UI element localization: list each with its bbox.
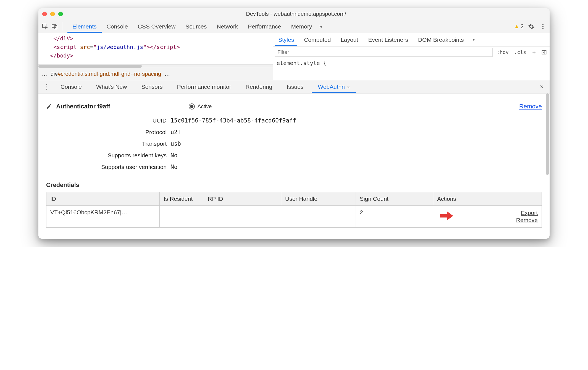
main-toolbar: Elements Console CSS Overview Sources Ne… [38, 20, 550, 33]
main-tabstrip: Elements Console CSS Overview Sources Ne… [67, 20, 512, 33]
inspect-icon[interactable] [41, 23, 49, 30]
tab-css-overview[interactable]: CSS Overview [133, 20, 181, 33]
transport-value: usb [170, 140, 542, 147]
tab-memory[interactable]: Memory [286, 20, 317, 33]
drawer-tab-whats-new[interactable]: What's New [90, 81, 133, 93]
styles-filter-input[interactable] [275, 48, 493, 57]
cell-sign: 2 [356, 206, 433, 228]
active-label: Active [198, 103, 212, 110]
dom-line[interactable]: </dlV> [43, 34, 268, 43]
new-style-rule-icon[interactable]: + [530, 49, 538, 56]
vertical-scrollbar[interactable] [546, 93, 549, 239]
breadcrumb-classes: .mdl-grid.mdl-grid--no-spacing [87, 71, 161, 77]
export-link[interactable]: Export [461, 210, 538, 216]
col-rp: RP ID [204, 192, 281, 206]
scrollbar-thumb[interactable] [38, 65, 142, 68]
authenticator-header: Authenticator f9aff Active Remove [46, 103, 542, 110]
svg-point-4 [542, 26, 544, 27]
styles-more-tabs-icon[interactable]: » [471, 37, 478, 43]
horizontal-scrollbar[interactable] [38, 64, 273, 68]
uv-value: No [170, 164, 542, 170]
breadcrumb-prefix: … [42, 71, 47, 77]
table-header-row: ID Is Resident RP ID User Handle Sign Co… [46, 192, 542, 206]
styles-tab-computed[interactable]: Computed [301, 34, 334, 46]
drawer-tab-performance-monitor[interactable]: Performance monitor [171, 81, 237, 93]
tab-elements[interactable]: Elements [67, 20, 102, 33]
window-title: DevTools - webauthndemo.appspot.com/ [63, 11, 529, 17]
tab-network[interactable]: Network [212, 20, 243, 33]
col-resident: Is Resident [160, 192, 204, 206]
authenticator-details: UUID 15c01f56-785f-43b4-ab58-4facd60f9af… [46, 117, 542, 170]
drawer-tab-rendering[interactable]: Rendering [240, 81, 279, 93]
remove-authenticator-link[interactable]: Remove [519, 103, 542, 110]
webauthn-panel: Authenticator f9aff Active Remove UUID 1… [38, 93, 550, 239]
styles-body[interactable]: element.style { [273, 58, 550, 68]
breadcrumb-suffix: … [164, 71, 170, 77]
settings-icon[interactable] [527, 23, 535, 30]
styles-pane: Styles Computed Layout Event Listeners D… [273, 33, 550, 80]
edit-icon[interactable] [46, 103, 52, 110]
radio-icon [189, 103, 195, 110]
device-toggle-icon[interactable] [51, 23, 58, 30]
cell-rp [204, 206, 281, 228]
zoom-window-icon[interactable] [58, 12, 63, 16]
drawer-tab-issues[interactable]: Issues [280, 81, 309, 93]
col-actions: Actions [433, 192, 542, 206]
tab-sources[interactable]: Sources [180, 20, 212, 33]
resident-value: No [170, 152, 542, 159]
traffic-lights [42, 12, 63, 16]
breadcrumb-element: div [51, 71, 58, 77]
dom-line[interactable]: </body> [43, 51, 268, 60]
table-row: VT+Ql516ObcpKRM2En67j… 2 Export Remove [46, 206, 542, 228]
credentials-table: ID Is Resident RP ID User Handle Sign Co… [46, 192, 542, 228]
cell-id: VT+Ql516ObcpKRM2En67j… [46, 206, 160, 228]
toggle-sidebar-icon[interactable] [540, 48, 548, 56]
kebab-menu-icon[interactable] [539, 23, 547, 30]
drawer-menu-icon[interactable]: ⋮ [41, 83, 52, 91]
dom-line[interactable]: <script src="js/webauthn.js"></script> [43, 43, 268, 51]
styles-tab-event-listeners[interactable]: Event Listeners [365, 34, 411, 46]
close-window-icon[interactable] [42, 12, 47, 16]
styles-tab-layout[interactable]: Layout [337, 34, 361, 46]
breadcrumb-selector[interactable]: div#credentials.mdl-grid.mdl-grid--no-sp… [51, 71, 161, 77]
more-tabs-icon[interactable]: » [317, 23, 324, 30]
col-user-handle: User Handle [281, 192, 356, 206]
elements-split: </dlV> <script src="js/webauthn.js"></sc… [38, 33, 550, 80]
drawer-tab-webauthn[interactable]: WebAuthn× [312, 81, 356, 93]
credentials-title: Credentials [46, 181, 542, 189]
drawer-tabstrip: ⋮ Console What's New Sensors Performance… [38, 80, 550, 93]
authenticator-name: Authenticator f9aff [56, 103, 110, 110]
cls-toggle[interactable]: .cls [513, 49, 528, 55]
toolbar-right: ▲ 2 [514, 23, 547, 30]
cell-user [281, 206, 356, 228]
warning-icon: ▲ [514, 23, 519, 30]
warnings-badge[interactable]: ▲ 2 [514, 23, 524, 30]
svg-point-3 [542, 24, 544, 25]
cell-resident [160, 206, 204, 228]
drawer-tab-label: WebAuthn [318, 84, 345, 90]
dom-pane: </dlV> <script src="js/webauthn.js"></sc… [38, 33, 273, 80]
scrollbar-thumb[interactable] [546, 93, 549, 175]
col-id: ID [46, 192, 160, 206]
drawer-tab-sensors[interactable]: Sensors [135, 81, 169, 93]
styles-filter-row: :hov .cls + [273, 46, 550, 58]
drawer-tab-console[interactable]: Console [54, 81, 88, 93]
breadcrumb[interactable]: … div#credentials.mdl-grid.mdl-grid--no-… [38, 68, 273, 80]
protocol-label: Protocol [46, 129, 170, 136]
remove-link[interactable]: Remove [461, 217, 538, 223]
tab-console[interactable]: Console [102, 20, 133, 33]
styles-tab-dom-breakpoints[interactable]: DOM Breakpoints [415, 34, 467, 46]
drawer-close-icon[interactable]: × [537, 83, 547, 90]
minimize-window-icon[interactable] [50, 12, 55, 16]
warning-count: 2 [521, 23, 524, 30]
tab-performance[interactable]: Performance [243, 20, 286, 33]
close-tab-icon[interactable]: × [347, 84, 350, 90]
dom-tree[interactable]: </dlV> <script src="js/webauthn.js"></sc… [38, 33, 273, 64]
arrow-right-icon [439, 209, 454, 224]
cell-actions: Export Remove [433, 206, 542, 228]
active-toggle[interactable]: Active [189, 103, 212, 110]
devtools-window: DevTools - webauthndemo.appspot.com/ Ele… [38, 8, 550, 239]
styles-tab-styles[interactable]: Styles [275, 34, 297, 46]
svg-rect-1 [52, 24, 56, 28]
hov-toggle[interactable]: :hov [495, 49, 510, 55]
